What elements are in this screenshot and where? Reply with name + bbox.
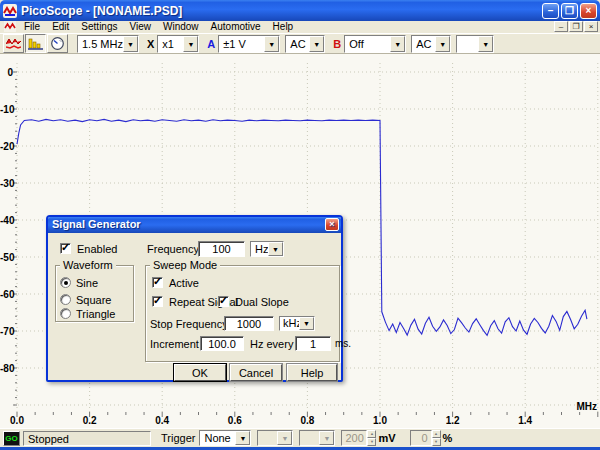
ok-button[interactable]: OK [174,364,226,381]
enabled-checkbox[interactable] [60,243,71,254]
frequency-label: Frequency: [147,243,202,255]
chevron-down-icon[interactable]: ▼ [299,317,314,330]
channel-a-range-select[interactable]: ±1 V ▼ [218,35,280,53]
dual-slope-label: Dual Slope [235,296,289,308]
every-input[interactable]: 1 [295,336,331,351]
close-button[interactable]: × [580,3,597,19]
chevron-down-icon[interactable]: ▼ [435,36,450,52]
mdi-restore-icon[interactable]: ❐ [569,21,583,32]
x-tick-label: 0.6 [222,415,248,426]
threshold-unit-label: mV [378,432,395,444]
waveform-radio-square[interactable] [60,294,71,305]
spinner-arrows-icon: ▲▼ [367,430,376,446]
mdi-buttons: – ❐ × [553,21,598,32]
menu-item-settings[interactable]: Settings [75,21,123,33]
menu-items: FileEditSettingsViewWindowAutomotiveHelp [18,21,299,33]
sample-rate-select[interactable]: 1.5 MHz ▼ [77,35,139,53]
chevron-down-icon[interactable]: ▼ [235,431,250,445]
percent-unit-label: % [443,432,453,444]
increment-label: Increment [150,338,199,350]
channel-a-coupling-select[interactable]: AC ▼ [285,35,325,53]
mdi-close-icon[interactable]: × [584,21,598,32]
status-field: Stopped [23,431,151,446]
title-bar: PicoScope - [NONAME.PSD] – ❐ × [0,0,600,21]
go-button[interactable]: GO [3,431,20,446]
window-title: PicoScope - [NONAME.PSD] [21,4,540,18]
status-bar: GO Stopped Trigger None ▼ ▼ ▼ 200 ▲▼ mV … [0,428,600,447]
ms-label: ms. [335,338,351,349]
menu-item-window[interactable]: Window [157,21,205,33]
minimize-button[interactable]: – [542,3,559,19]
frequency-unit-select[interactable]: Hz ▼ [250,241,284,257]
y-tick-label: -50 [0,252,13,263]
mdi-minimize-icon[interactable]: – [554,21,568,32]
chevron-down-icon[interactable]: ▼ [264,36,279,52]
menu-item-view[interactable]: View [124,21,158,33]
dialog-title-bar[interactable]: Signal Generator × [48,217,341,233]
y-tick-label: -40 [0,215,13,226]
scope-mode-button[interactable] [3,34,24,53]
trigger-threshold-stepper: 200 ▲▼ [341,430,376,446]
frequency-input[interactable]: 100 [198,241,245,257]
menu-bar: FileEditSettingsViewWindowAutomotiveHelp… [0,21,600,33]
x-tick-label: 0.8 [294,415,320,426]
channel-b-coupling-select[interactable]: AC ▼ [411,35,451,53]
x-axis-unit-label: MHz [576,401,597,412]
trigger-mode-select[interactable]: None ▼ [199,430,251,446]
waveform-label-square: Square [76,294,111,306]
dialog-body: Enabled Frequency: 100 Hz ▼ Waveform Sin… [48,233,341,380]
stop-frequency-unit-select[interactable]: kHz ▼ [279,316,315,331]
y-tick-label: -20 [0,141,13,152]
active-label: Active [169,277,199,289]
extra-select[interactable]: ▼ [456,35,494,53]
waveform-legend: Waveform [60,259,116,271]
menu-item-automotive[interactable]: Automotive [205,21,267,33]
active-checkbox[interactable] [152,277,163,288]
chevron-down-icon[interactable]: ▼ [183,36,198,52]
menu-item-edit[interactable]: Edit [46,21,75,33]
chevron-down-icon[interactable]: ▼ [268,242,283,256]
restore-button[interactable]: ❐ [561,3,578,19]
chevron-down-icon: ▼ [277,431,292,445]
chevron-down-icon[interactable]: ▼ [309,36,324,52]
dialog-title: Signal Generator [52,218,141,230]
waveform-icon [6,37,21,50]
chevron-down-icon[interactable]: ▼ [123,36,138,52]
channel-b-range-select[interactable]: Off ▼ [344,35,406,53]
repeat-signal-checkbox[interactable] [152,296,163,307]
meter-mode-button[interactable] [47,34,68,53]
menu-item-help[interactable]: Help [267,21,300,33]
y-tick-label: 0 [0,67,13,78]
y-tick-label: -80 [0,363,13,374]
chevron-down-icon: ▼ [319,431,334,445]
menu-item-file[interactable]: File [18,21,46,33]
x-tick-label: 1.4 [512,415,538,426]
chevron-down-icon[interactable]: ▼ [390,36,405,52]
chevron-down-icon[interactable]: ▼ [478,36,493,52]
stop-frequency-input[interactable]: 1000 [224,316,274,331]
waveform-radio-sine[interactable] [60,277,71,288]
y-tick-label: -30 [0,178,13,189]
dual-slope-checkbox[interactable] [218,296,229,307]
mdi-child-icon [4,21,16,32]
dialog-close-icon[interactable]: × [325,218,339,231]
waveform-radio-triangle[interactable] [60,308,71,319]
channel-b-label: B [333,38,341,50]
picoscope-window: PicoScope - [NONAME.PSD] – ❐ × FileEditS… [0,0,600,450]
x-mult-select[interactable]: x1 ▼ [157,35,199,53]
trigger-label: Trigger [161,432,195,444]
x-tick-label: 1.0 [367,415,393,426]
signal-generator-dialog: Signal Generator × Enabled Frequency: 10… [46,215,343,382]
trigger-percent-stepper: 0 ▲▼ [410,430,441,446]
spectrum-mode-button[interactable] [25,34,46,53]
cancel-button[interactable]: Cancel [230,364,282,381]
y-tick-label: -10 [0,104,13,115]
waveform-label-triangle: Triangle [76,308,115,320]
toolbar: 1.5 MHz ▼ X x1 ▼ A ±1 V ▼ AC ▼ B Off ▼ A… [0,33,600,54]
help-button[interactable]: Help [287,364,337,381]
increment-input[interactable]: 100.0 [200,336,244,351]
y-tick-label: -60 [0,289,13,300]
x-tick-label: 0.0 [4,415,30,426]
enabled-label: Enabled [77,243,117,255]
x-tick-label: 1.2 [440,415,466,426]
